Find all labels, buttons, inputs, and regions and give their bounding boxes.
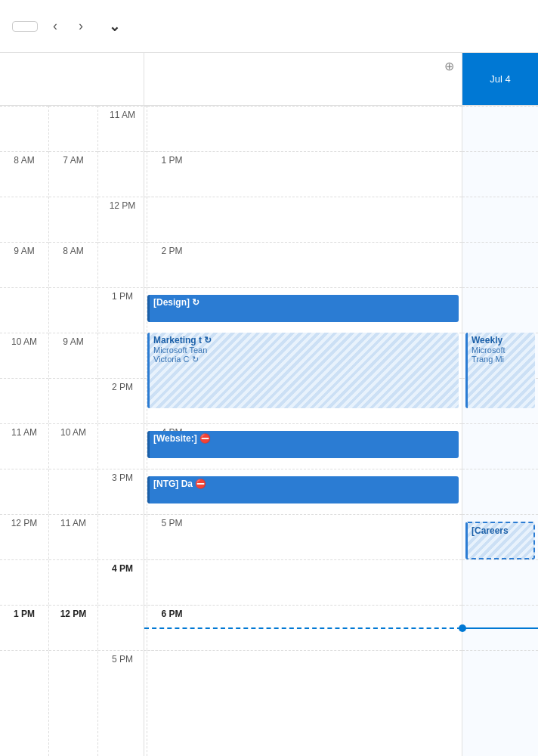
time-cell xyxy=(98,242,147,287)
time-cell: 11 AM xyxy=(0,423,48,469)
time-cell: 1 PM xyxy=(0,605,48,650)
time-cell xyxy=(98,605,147,650)
time-cell: 8 AM xyxy=(0,151,48,197)
time-cell xyxy=(98,151,147,197)
time-labels: 8 AM9 AM10 AM11 AM12 PM1 PM7 AM8 AM9 AM1… xyxy=(0,106,144,756)
grid-line xyxy=(462,423,538,424)
time-cell: 11 AM xyxy=(98,106,147,151)
time-cell xyxy=(49,378,97,423)
grid-line xyxy=(144,514,462,515)
event-careers[interactable]: [Careers xyxy=(465,522,535,559)
grid-line xyxy=(462,514,538,515)
time-cell xyxy=(49,559,97,605)
grid-line xyxy=(462,197,538,197)
event-design[interactable]: [Design] ↻ xyxy=(147,295,459,322)
time-cell: 12 PM xyxy=(49,605,97,650)
time-cell: 9 AM xyxy=(49,333,97,378)
timezone-headers xyxy=(0,53,144,105)
grid-line xyxy=(144,423,462,424)
event-title: [Website:] ⛔ xyxy=(153,433,455,444)
time-cell xyxy=(98,514,147,559)
grid-line xyxy=(462,469,538,469)
current-time-line-monday xyxy=(144,627,462,629)
current-time-line-tuesday xyxy=(462,627,538,629)
time-cell xyxy=(0,650,48,696)
tuesday-events: WeeklyMicrosoftTrang Mi[Careers xyxy=(462,106,538,696)
grid-line xyxy=(144,106,462,107)
time-cell xyxy=(0,378,48,423)
event-title: [NTG] Da ⛔ xyxy=(153,479,455,489)
time-cell: 9 AM xyxy=(0,242,48,287)
event-subtitle2: Victoria C ↻ xyxy=(153,355,455,364)
grid-line xyxy=(462,151,538,152)
chevron-down-icon[interactable]: ⌄ xyxy=(109,18,120,35)
calendar-body: 8 AM9 AM10 AM11 AM12 PM1 PM7 AM8 AM9 AM1… xyxy=(0,106,538,756)
event-marketing[interactable]: Marketing t ↻Microsoft TeanVictoria C ↻ xyxy=(147,333,459,408)
time-cell xyxy=(98,333,147,378)
time-cell: 4 PM xyxy=(98,559,147,605)
time-cell xyxy=(49,650,97,696)
grid-line xyxy=(462,106,538,107)
header: ‹ › ⌄ xyxy=(0,0,538,53)
time-cell: 8 AM xyxy=(49,242,97,287)
grid-line xyxy=(144,469,462,469)
time-cell: 10 AM xyxy=(0,333,48,378)
event-subtitle1: Microsoft Tean xyxy=(153,345,455,355)
grid-line xyxy=(144,151,462,152)
monday-column[interactable]: [Design] ↻Marketing t ↻Microsoft TeanVic… xyxy=(144,106,462,756)
time-cell xyxy=(0,197,48,242)
time-cell: 3 PM xyxy=(98,469,147,514)
grid-line xyxy=(144,242,462,243)
grid-line xyxy=(462,242,538,243)
time-cell: 12 PM xyxy=(98,197,147,242)
event-title: [Careers xyxy=(472,525,530,536)
monday-events: [Design] ↻Marketing t ↻Microsoft TeanVic… xyxy=(144,106,462,696)
time-cell xyxy=(0,559,48,605)
grid-line xyxy=(144,197,462,197)
grid-line xyxy=(144,287,462,288)
tz-col-1: 7 AM8 AM9 AM10 AM11 AM12 PM xyxy=(49,106,98,756)
time-cell: 10 AM xyxy=(49,423,97,469)
time-cell xyxy=(0,469,48,514)
tz-col-2: 11 AM12 PM1 PM2 PM3 PM4 PM5 PM xyxy=(98,106,147,756)
time-cell xyxy=(0,106,48,151)
monday-header[interactable]: ⊕ xyxy=(144,53,462,105)
grid-line xyxy=(144,605,462,606)
time-cell xyxy=(49,469,97,514)
today-button[interactable] xyxy=(12,21,38,32)
grid-line xyxy=(144,559,462,560)
current-time-dot xyxy=(459,624,466,632)
tuesday-column[interactable]: WeeklyMicrosoftTrang Mi[Careers xyxy=(462,106,538,756)
time-cell: 5 PM xyxy=(98,650,147,696)
tz-col-0: 8 AM9 AM10 AM11 AM12 PM1 PM xyxy=(0,106,49,756)
event-website[interactable]: [Website:] ⛔ xyxy=(147,431,459,458)
grid-line xyxy=(462,559,538,560)
grid-line xyxy=(462,650,538,651)
event-title: Weekly xyxy=(472,335,531,345)
prev-button[interactable]: ‹ xyxy=(47,15,63,37)
column-headers: ⊕ Jul 4 xyxy=(0,53,538,106)
time-cell xyxy=(98,423,147,469)
add-location-icon[interactable]: ⊕ xyxy=(444,59,454,73)
event-ntg[interactable]: [NTG] Da ⛔ xyxy=(147,476,459,503)
time-cell xyxy=(49,197,97,242)
time-cell xyxy=(49,287,97,333)
time-cell: 7 AM xyxy=(49,151,97,197)
tuesday-header[interactable]: Jul 4 xyxy=(462,53,538,105)
calendar: ⊕ Jul 4 8 AM9 AM10 AM11 AM12 PM1 PM7 AM8… xyxy=(0,53,538,756)
time-cell xyxy=(0,287,48,333)
time-cell: 1 PM xyxy=(98,287,147,333)
event-title: [Design] ↻ xyxy=(153,297,455,308)
time-cell xyxy=(49,106,97,151)
event-title: Marketing t ↻ xyxy=(153,335,455,345)
event-weekly[interactable]: WeeklyMicrosoftTrang Mi xyxy=(465,333,535,408)
time-cell: 2 PM xyxy=(98,378,147,423)
grid-line xyxy=(462,287,538,288)
grid-line xyxy=(144,650,462,651)
event-subtitle1: Microsoft xyxy=(472,345,531,355)
tuesday-label: Jul 4 xyxy=(490,73,510,85)
next-button[interactable]: › xyxy=(73,15,89,37)
time-cell: 11 AM xyxy=(49,514,97,559)
grid-line xyxy=(462,605,538,606)
time-cell: 12 PM xyxy=(0,514,48,559)
